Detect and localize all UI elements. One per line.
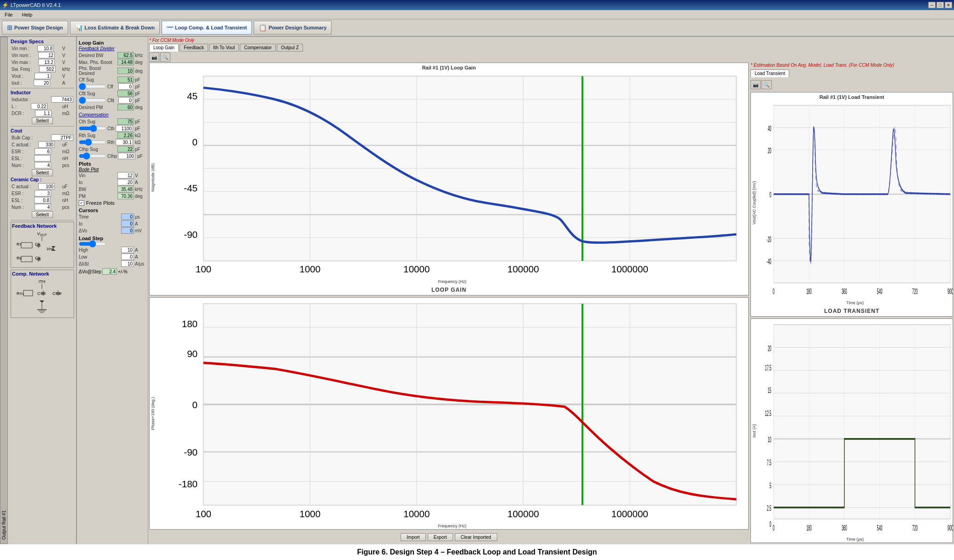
vin-min-input[interactable] xyxy=(37,45,54,52)
vin-nom-input[interactable] xyxy=(38,52,55,58)
num-input[interactable] xyxy=(35,162,51,168)
c-actual-input[interactable] xyxy=(38,141,55,148)
tab-compensator[interactable]: Compensator xyxy=(240,44,276,52)
rth-input[interactable] xyxy=(116,139,133,145)
lt-camera-button[interactable]: 📷 xyxy=(750,80,761,89)
comp-network-diagram: ITH RTH CTH CTHP xyxy=(12,277,74,317)
bw-result-input[interactable] xyxy=(117,186,134,192)
cth-sug-input[interactable] xyxy=(117,118,134,125)
load-di-input[interactable] xyxy=(121,260,134,267)
tab-ith-to-vout[interactable]: Ith To Vout xyxy=(209,44,239,52)
estimation-label: * Estimation Based On Avg. Model, Load T… xyxy=(750,63,953,68)
num2-input[interactable] xyxy=(35,204,51,210)
phs-boost-desired-input[interactable] xyxy=(117,68,134,74)
esr2-input[interactable] xyxy=(35,190,51,196)
ceramic-select-button[interactable]: Select xyxy=(32,211,53,218)
iout-chart: Iout (A) xyxy=(750,318,953,543)
cflt-sug-input[interactable] xyxy=(117,90,134,97)
ovo-step-input[interactable] xyxy=(102,268,117,275)
vin-nom-label: Vin nom : xyxy=(12,53,31,58)
import-button[interactable]: Import xyxy=(401,533,425,541)
close-button[interactable]: ✕ xyxy=(945,2,952,8)
svg-text:-180: -180 xyxy=(179,479,198,489)
svg-text:10: 10 xyxy=(768,435,771,445)
max-phs-boost-row: Max. Phs. Boost deg xyxy=(79,59,146,65)
tab-load-transient[interactable]: Load Transient xyxy=(750,69,789,77)
minimize-button[interactable]: ─ xyxy=(928,2,936,8)
rth-slider[interactable] xyxy=(79,140,106,144)
cursor-time-input[interactable] xyxy=(121,214,134,220)
load-step-slider[interactable] xyxy=(79,242,106,246)
cthp-sug-input[interactable] xyxy=(117,146,134,152)
cursor-dvo-row: ΔVo mV xyxy=(79,227,146,234)
tab-output-z[interactable]: Output Z xyxy=(277,44,303,52)
cff-input[interactable] xyxy=(118,83,133,90)
rth-sug-input[interactable] xyxy=(117,132,134,139)
cth-input[interactable] xyxy=(116,125,133,132)
load-high-input[interactable] xyxy=(121,247,134,253)
c-actual2-input[interactable] xyxy=(38,183,55,190)
cthp-input[interactable] xyxy=(118,153,135,159)
esl-input[interactable] xyxy=(34,155,51,162)
phs-boost-desired-row: Phs. Boost Desired deg xyxy=(79,66,146,76)
cursor-io-input[interactable] xyxy=(121,220,134,227)
feedback-divider-section: Feedback Divider Desired BW kHz Max. Phs… xyxy=(79,46,146,110)
chart-zoom-button[interactable]: 🔍 xyxy=(160,52,170,62)
tab-loop-gain[interactable]: Loop Gain xyxy=(149,44,179,52)
loss-estimate-button[interactable]: 📊 Loss Estimate & Break Down xyxy=(70,21,160,35)
bw-result-label: BW xyxy=(79,187,117,192)
menu-file[interactable]: File xyxy=(2,11,16,18)
phase-chart-content: 180 90 0 -90 -180 100 1000 10000 1000 xyxy=(156,298,748,530)
cth-slider[interactable] xyxy=(79,126,106,131)
svg-text:15: 15 xyxy=(768,386,771,395)
vin-plot-input[interactable] xyxy=(117,172,134,179)
esl2-input[interactable] xyxy=(34,197,51,203)
svg-text:40: 40 xyxy=(768,124,771,133)
cflt-input[interactable] xyxy=(118,97,133,104)
power-design-summary-button[interactable]: 📋 Power Design Summary xyxy=(254,21,332,35)
clear-imported-button[interactable]: Clear Imported xyxy=(455,533,497,541)
cflt-slider[interactable] xyxy=(79,98,106,103)
io-plot-input[interactable] xyxy=(117,179,134,185)
freeze-plots-checkbox[interactable]: ✓ xyxy=(79,200,84,206)
cff-slider[interactable] xyxy=(79,84,106,89)
svg-text:-40: -40 xyxy=(767,257,771,266)
power-stage-design-button[interactable]: ⊞ Power Stage Design xyxy=(2,21,68,35)
chart-camera-button[interactable]: 📷 xyxy=(149,52,159,62)
load-low-row: Low A xyxy=(79,254,146,260)
tab-feedback[interactable]: Feedback xyxy=(180,44,208,52)
inductance-input[interactable] xyxy=(31,103,47,110)
vin-max-input[interactable] xyxy=(38,59,55,65)
cursor-dvo-input[interactable] xyxy=(121,227,134,234)
svg-text:7.5: 7.5 xyxy=(767,458,771,467)
esr-input[interactable] xyxy=(35,148,51,155)
c-actual-row: C actual : uF xyxy=(11,141,74,148)
dcr-input[interactable] xyxy=(35,110,52,116)
cthp-slider[interactable] xyxy=(79,154,106,158)
lt-zoom-button[interactable]: 🔍 xyxy=(762,80,772,89)
loop-comp-button[interactable]: 〰 Loop Comp. & Load Transient xyxy=(162,21,252,35)
cursor-time-row: Time μs xyxy=(79,214,146,220)
chart-tabs-bar: Loop Gain Feedback Ith To Vout Compensat… xyxy=(149,44,953,52)
vout-input[interactable] xyxy=(35,73,51,79)
maximize-button[interactable]: □ xyxy=(937,2,944,8)
bulk-cap-label: Bulk Cap : xyxy=(12,135,33,140)
sw-freq-input[interactable] xyxy=(39,66,56,72)
load-transient-tabs: Load Transient xyxy=(750,69,953,77)
plots-section: Plots Bode Plot Vin V Io A BW kHz xyxy=(79,161,146,206)
rth-unit: kΩ xyxy=(135,140,146,145)
cout-select-button[interactable]: Select xyxy=(32,169,53,176)
inductor-select-button[interactable]: Select xyxy=(32,117,53,124)
desired-bw-input[interactable] xyxy=(117,52,134,58)
inductor-part-input[interactable] xyxy=(51,96,73,103)
load-low-input[interactable] xyxy=(121,254,134,260)
menu-help[interactable]: Help xyxy=(19,11,35,18)
export-button[interactable]: Export xyxy=(428,533,453,541)
output-rail-tab[interactable]: Output Rail #1 xyxy=(0,37,8,544)
desired-pm-input[interactable] xyxy=(117,104,134,110)
cff-sug-input[interactable] xyxy=(117,76,134,83)
iout-input[interactable] xyxy=(34,80,50,86)
bulk-cap-input[interactable] xyxy=(51,134,73,141)
max-phs-boost-input[interactable] xyxy=(117,59,134,65)
pm-result-input[interactable] xyxy=(117,193,134,199)
